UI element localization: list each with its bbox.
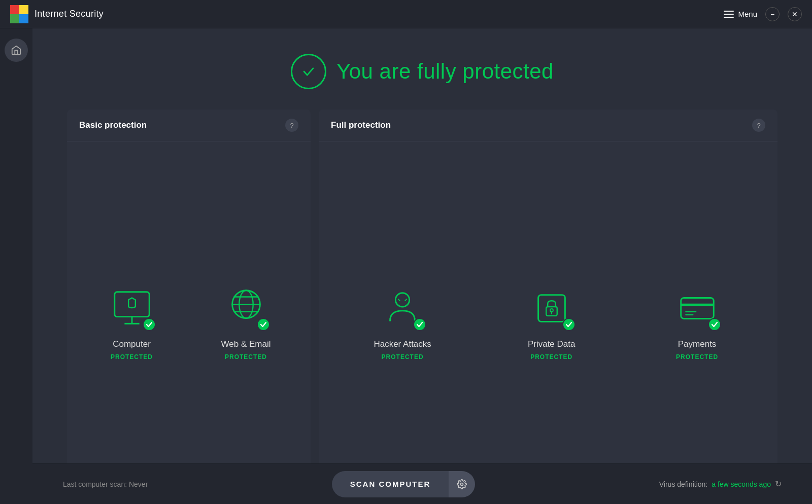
menu-label: Menu <box>738 10 757 18</box>
payments-item-name: Payments <box>678 339 717 349</box>
svg-line-13 <box>398 299 400 301</box>
hero-title: You are fully protected <box>336 59 554 84</box>
sidebar <box>0 28 32 504</box>
bottom-bar: Last computer scan: Never SCAN COMPUTER … <box>32 463 812 504</box>
web-email-item-status: PROTECTED <box>225 353 267 361</box>
web-email-protection-item[interactable]: Web & Email PROTECTED <box>216 280 277 366</box>
basic-protection-header: Basic protection ? <box>67 110 311 141</box>
minimize-button[interactable]: − <box>765 7 780 21</box>
computer-item-name: Computer <box>113 339 151 349</box>
scan-settings-button[interactable] <box>449 471 475 497</box>
full-protection-panel: Full protection ? <box>319 110 777 504</box>
virus-def-value: a few seconds ago <box>712 480 771 488</box>
menu-icon <box>724 11 734 18</box>
virus-def-info: Virus definition: a few seconds ago ↻ <box>659 479 782 489</box>
private-data-protection-item[interactable]: Private Data PROTECTED <box>521 280 582 366</box>
computer-check-badge <box>143 318 156 331</box>
gear-icon <box>457 479 467 489</box>
svg-rect-2 <box>10 14 19 23</box>
virus-def-label: Virus definition: <box>659 480 707 488</box>
full-protection-help[interactable]: ? <box>752 119 765 132</box>
sidebar-home-button[interactable] <box>5 39 28 62</box>
private-data-item-name: Private Data <box>528 339 576 349</box>
hacker-attacks-item-name: Hacker Attacks <box>374 339 431 349</box>
payments-protection-item[interactable]: Payments PROTECTED <box>667 280 728 366</box>
menu-button[interactable]: Menu <box>724 10 757 18</box>
svg-rect-0 <box>10 5 19 14</box>
computer-item-status: PROTECTED <box>111 353 153 361</box>
basic-protection-items: Computer PROTECTED <box>67 141 311 504</box>
last-scan-info: Last computer scan: Never <box>63 480 148 488</box>
title-bar-left: Internet Security <box>10 5 104 23</box>
full-protection-title: Full protection <box>331 120 391 130</box>
svg-point-17 <box>550 308 553 311</box>
hacker-attacks-item-status: PROTECTED <box>382 353 424 361</box>
private-data-check-badge <box>562 318 576 331</box>
hacker-attacks-protection-item[interactable]: Hacker Attacks PROTECTED <box>368 280 436 366</box>
title-bar: Internet Security Menu − ✕ <box>0 0 812 28</box>
full-protection-header: Full protection ? <box>319 110 777 141</box>
web-email-check-badge <box>257 318 270 331</box>
svg-line-14 <box>405 299 407 301</box>
computer-icon-wrapper <box>109 285 155 331</box>
svg-rect-3 <box>19 14 28 23</box>
computer-protection-item[interactable]: Computer PROTECTED <box>101 280 162 366</box>
cards-container: Basic protection ? <box>57 110 788 504</box>
scan-button-wrapper: SCAN COMPUTER <box>332 471 476 497</box>
svg-rect-4 <box>114 292 149 316</box>
svg-rect-19 <box>681 298 714 318</box>
refresh-icon[interactable]: ↻ <box>775 479 782 489</box>
last-scan-value: Never <box>129 480 148 488</box>
app-title: Internet Security <box>35 9 104 19</box>
protected-check-circle <box>291 54 326 89</box>
web-email-icon-wrapper <box>223 285 269 331</box>
hacker-attacks-check-badge <box>413 318 426 331</box>
close-button[interactable]: ✕ <box>788 7 802 21</box>
full-protection-items: Hacker Attacks PROTECTED <box>319 141 777 504</box>
svg-rect-1 <box>19 5 28 14</box>
private-data-item-status: PROTECTED <box>530 353 572 361</box>
basic-protection-help[interactable]: ? <box>285 119 298 132</box>
svg-point-12 <box>395 293 409 306</box>
last-scan-label: Last computer scan: <box>63 480 127 488</box>
hacker-attacks-icon-wrapper <box>380 285 425 331</box>
avg-logo <box>10 5 28 23</box>
payments-icon-wrapper <box>674 285 720 331</box>
web-email-item-name: Web & Email <box>221 339 271 349</box>
basic-protection-panel: Basic protection ? <box>67 110 311 504</box>
scan-computer-button[interactable]: SCAN COMPUTER <box>332 471 449 497</box>
payments-check-badge <box>708 318 721 331</box>
main-content: You are fully protected Basic protection… <box>32 28 812 504</box>
basic-protection-title: Basic protection <box>79 120 147 130</box>
title-bar-right: Menu − ✕ <box>724 7 802 21</box>
svg-point-23 <box>461 483 463 485</box>
hero-section: You are fully protected <box>32 28 812 110</box>
payments-item-status: PROTECTED <box>676 353 718 361</box>
private-data-icon-wrapper <box>529 285 574 331</box>
